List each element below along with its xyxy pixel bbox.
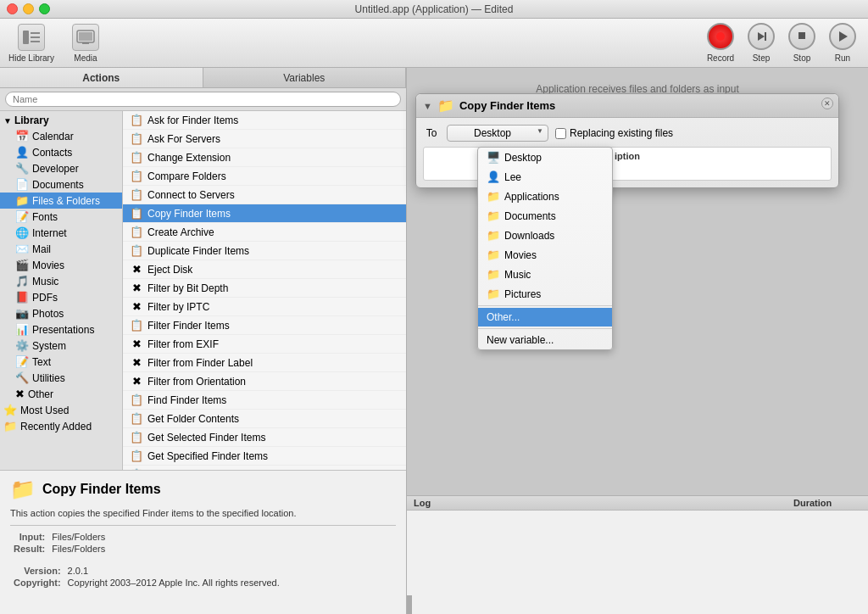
action-connect-servers[interactable]: 📋 Connect to Servers (123, 186, 406, 204)
svg-marker-7 (758, 32, 765, 41)
action-get-specified[interactable]: 📋 Get Specified Finder Items (123, 447, 406, 466)
svg-rect-5 (79, 32, 92, 41)
dropdown-item-applications[interactable]: 📁 Applications (478, 187, 612, 206)
movies-folder-icon: 📁 (487, 248, 500, 261)
action-change-extension[interactable]: 📋 Change Extension (123, 148, 406, 167)
library-content: ▼ Library 📅 Calendar 👤 Contacts 🔧 Develo… (0, 111, 406, 470)
maximize-button[interactable] (39, 3, 50, 14)
svg-rect-6 (82, 42, 89, 44)
dropdown-item-other[interactable]: Other... (478, 308, 612, 327)
close-button[interactable] (7, 3, 18, 14)
toolbar-left: Hide Library Media (8, 24, 107, 63)
info-panel-title: Copy Finder Items (42, 482, 161, 497)
dropdown-item-desktop[interactable]: 🖥️ Desktop (478, 148, 612, 167)
duration-column-header: Duration (793, 498, 861, 508)
action-create-archive[interactable]: 📋 Create Archive (123, 223, 406, 242)
sidebar-item-movies[interactable]: 🎬 Movies (0, 257, 122, 273)
search-bar (0, 88, 406, 111)
main-layout: Actions Variables ▼ Library 📅 Calendar (0, 68, 868, 614)
replacing-checkbox-label: Replacing existing files (555, 127, 673, 139)
dropdown-item-documents[interactable]: 📁 Documents (478, 206, 612, 226)
search-input[interactable] (5, 92, 401, 107)
dropdown-item-downloads[interactable]: 📁 Downloads (478, 226, 612, 245)
other-label: Other... (487, 311, 520, 323)
sidebar-item-system[interactable]: ⚙️ System (0, 338, 122, 354)
toolbar-right: Record Step Stop Run (704, 23, 860, 63)
minimize-button[interactable] (23, 3, 34, 14)
hide-library-icon (18, 24, 45, 51)
action-filter-orientation[interactable]: ✖ Filter from Orientation (123, 372, 406, 391)
dialog-close-button[interactable]: ✕ (821, 98, 833, 109)
record-icon (707, 23, 734, 50)
sidebar-item-calendar[interactable]: 📅 Calendar (0, 128, 122, 144)
stop-icon (788, 23, 815, 50)
window-controls (7, 3, 50, 14)
sidebar-item-utilities[interactable]: 🔨 Utilities (0, 370, 122, 386)
run-button[interactable]: Run (826, 23, 860, 63)
action-filter-iptc[interactable]: ✖ Filter by IPTC (123, 298, 406, 316)
sidebar-item-internet[interactable]: 🌐 Internet (0, 225, 122, 241)
sidebar-item-text[interactable]: 📝 Text (0, 354, 122, 370)
sidebar-item-documents[interactable]: 📄 Documents (0, 176, 122, 193)
action-get-folder-contents[interactable]: 📋 Get Folder Contents (123, 410, 406, 428)
action-copy-finder-items[interactable]: 📋 Copy Finder Items (123, 204, 406, 223)
dropdown-item-pictures[interactable]: 📁 Pictures (478, 284, 612, 304)
stop-button[interactable]: Stop (785, 23, 819, 63)
library-section-header[interactable]: ▼ Library (0, 113, 122, 128)
dialog-header: ▼ 📁 Copy Finder Items ✕ (416, 94, 838, 118)
actions-tab[interactable]: Actions (0, 68, 203, 87)
media-button[interactable]: Media (64, 24, 107, 63)
dropdown-item-lee[interactable]: 👤 Lee (478, 167, 612, 187)
documents-icon: 📄 (15, 178, 29, 191)
action-ask-servers[interactable]: 📋 Ask For Servers (123, 130, 406, 148)
to-dropdown[interactable]: Desktop 🖥️ Desktop 👤 Lee (447, 125, 548, 142)
hide-library-button[interactable]: Hide Library (8, 24, 54, 63)
action-duplicate[interactable]: 📋 Duplicate Finder Items (123, 242, 406, 260)
contacts-icon: 👤 (15, 146, 29, 159)
action-filter-finder-label[interactable]: ✖ Filter from Finder Label (123, 354, 406, 372)
action-icon-filter-exif: ✖ (130, 338, 143, 350)
result-value: Files/Folders (48, 543, 108, 555)
workflow-area: Application receives files and folders a… (407, 68, 868, 495)
action-filter-finder-items[interactable]: 📋 Filter Finder Items (123, 316, 406, 335)
variables-tab[interactable]: Variables (203, 68, 407, 87)
sidebar-item-files-folders[interactable]: 📁 Files & Folders (0, 193, 122, 209)
action-compare-folders[interactable]: 📋 Compare Folders (123, 167, 406, 186)
music-icon: 🎵 (15, 275, 29, 287)
action-filter-bit-depth[interactable]: ✖ Filter by Bit Depth (123, 279, 406, 298)
sidebar-item-most-used[interactable]: ⭐ Most Used (0, 402, 122, 418)
mail-icon: ✉️ (15, 243, 29, 255)
step-button[interactable]: Step (744, 23, 778, 63)
media-icon (72, 24, 99, 51)
action-icon-get-selected: 📋 (130, 431, 143, 444)
action-get-selected[interactable]: 📋 Get Selected Finder Items (123, 428, 406, 447)
sidebar-item-recently-added[interactable]: 📁 Recently Added (0, 418, 122, 434)
sidebar-item-pdfs[interactable]: 📕 PDFs (0, 289, 122, 305)
dropdown-menu: 🖥️ Desktop 👤 Lee 📁 Ap (477, 147, 613, 350)
dropdown-item-new-variable[interactable]: New variable... (478, 331, 612, 349)
sidebar-item-mail[interactable]: ✉️ Mail (0, 241, 122, 257)
action-filter-exif[interactable]: ✖ Filter from EXIF (123, 335, 406, 354)
info-panel-icon: 📁 (10, 477, 36, 501)
svg-rect-8 (765, 32, 766, 41)
dialog-collapse-icon[interactable]: ▼ (423, 101, 432, 111)
sidebar-item-presentations[interactable]: 📊 Presentations (0, 321, 122, 338)
action-icon-compare: 📋 (130, 170, 143, 182)
replacing-checkbox[interactable] (555, 128, 566, 139)
resize-handle[interactable] (407, 595, 412, 614)
record-button[interactable]: Record (704, 23, 737, 63)
dropdown-item-music[interactable]: 📁 Music (478, 265, 612, 284)
dialog-icon: 📁 (437, 98, 454, 114)
sidebar-item-music[interactable]: 🎵 Music (0, 273, 122, 289)
action-ask-finder-items[interactable]: 📋 Ask for Finder Items (123, 111, 406, 130)
sidebar-item-photos[interactable]: 📷 Photos (0, 305, 122, 321)
svg-rect-3 (31, 41, 40, 42)
action-find-finder-items[interactable]: 📋 Find Finder Items (123, 391, 406, 410)
sidebar-item-contacts[interactable]: 👤 Contacts (0, 144, 122, 160)
result-label: Result: (10, 543, 48, 555)
dropdown-item-movies[interactable]: 📁 Movies (478, 245, 612, 265)
sidebar-item-developer[interactable]: 🔧 Developer (0, 160, 122, 176)
sidebar-item-fonts[interactable]: 📝 Fonts (0, 209, 122, 225)
action-eject-disk[interactable]: ✖ Eject Disk (123, 260, 406, 279)
sidebar-item-other[interactable]: ✖ Other (0, 386, 122, 402)
